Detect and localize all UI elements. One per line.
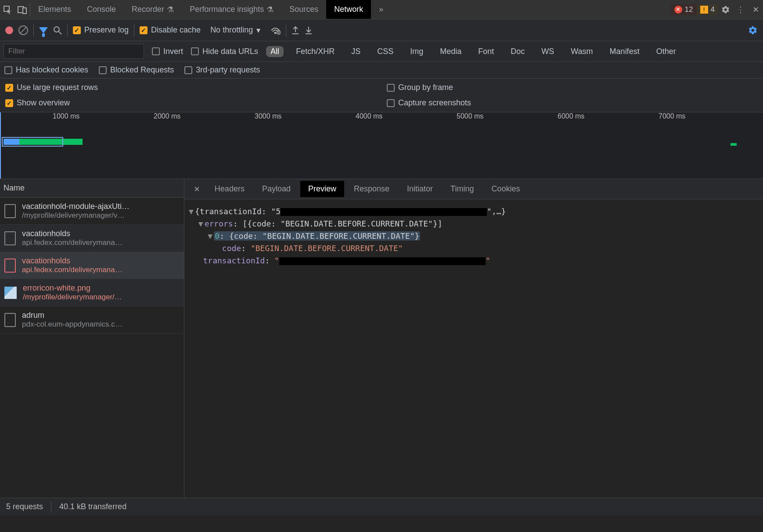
tab-recorder-label: Recorder <box>132 5 164 14</box>
network-settings-icon[interactable] <box>748 25 758 35</box>
tab-elements[interactable]: Elements <box>30 0 79 19</box>
upload-har-icon[interactable] <box>292 26 299 35</box>
record-button[interactable] <box>5 26 13 34</box>
tab-perf-label: Performance insights <box>190 5 264 14</box>
network-conditions-icon[interactable] <box>270 26 281 35</box>
preserve-log-label: Preserve log <box>84 25 129 35</box>
request-detail: × Headers Payload Preview Response Initi… <box>184 179 763 498</box>
capture-screenshots-checkbox[interactable]: Capture screenshots <box>387 98 758 108</box>
chevron-down-icon: ▾ <box>256 25 260 35</box>
close-icon[interactable]: ✕ <box>748 0 763 19</box>
redacted <box>281 208 487 216</box>
has-blocked-cookies-checkbox[interactable]: Has blocked cookies <box>4 65 88 75</box>
filter-type-js[interactable]: JS <box>347 46 365 57</box>
filter-type-wasm[interactable]: Wasm <box>566 46 597 57</box>
json-line: ",…} <box>487 207 506 216</box>
request-row[interactable]: erroricon-white.png/myprofile/deliveryma… <box>0 279 184 306</box>
filter-type-img[interactable]: Img <box>406 46 428 57</box>
devtools-tabbar: Elements Console Recorder ⚗ Performance … <box>0 0 763 19</box>
throttling-select[interactable]: No throttling▾ <box>206 24 265 37</box>
show-overview-checkbox[interactable]: Show overview <box>5 98 376 108</box>
filter-row: Invert Hide data URLs All Fetch/XHR JS C… <box>0 41 763 62</box>
tab-timing[interactable]: Timing <box>443 181 482 197</box>
request-row[interactable]: vacationholdsapi.fedex.com/deliverymana… <box>0 252 184 279</box>
tab-recorder[interactable]: Recorder ⚗ <box>124 0 182 19</box>
svg-rect-2 <box>23 8 26 14</box>
filter-type-font[interactable]: Font <box>474 46 498 57</box>
status-requests: 5 requests <box>6 502 43 511</box>
tab-initiator[interactable]: Initiator <box>399 181 441 197</box>
json-index: 0 <box>215 231 220 241</box>
filter-type-doc[interactable]: Doc <box>506 46 529 57</box>
warning-count-badge[interactable]: ! 4 <box>697 4 718 15</box>
tab-cookies[interactable]: Cookies <box>483 181 528 197</box>
filter-type-fetch[interactable]: Fetch/XHR <box>292 46 339 57</box>
download-har-icon[interactable] <box>305 26 313 35</box>
flask-icon: ⚗ <box>266 5 274 14</box>
filter-input[interactable] <box>4 44 144 59</box>
preserve-log-checkbox[interactable]: Preserve log <box>73 25 129 35</box>
request-name: vacationholds <box>22 229 122 238</box>
timeline-tick: 3000 ms <box>255 112 281 120</box>
kebab-menu-icon[interactable]: ⋮ <box>733 0 748 19</box>
gear-icon[interactable] <box>718 0 733 19</box>
more-tabs-icon[interactable]: » <box>371 0 391 19</box>
request-name: vacationhold-module-ajaxUti… <box>22 202 130 211</box>
detail-tabs: × Headers Payload Preview Response Initi… <box>184 179 763 199</box>
tab-sources[interactable]: Sources <box>281 0 326 19</box>
tab-network[interactable]: Network <box>326 0 371 19</box>
filter-type-css[interactable]: CSS <box>373 46 398 57</box>
tab-console[interactable]: Console <box>79 0 124 19</box>
image-icon <box>4 287 17 299</box>
device-toggle-icon[interactable] <box>15 0 30 19</box>
request-row[interactable]: vacationhold-module-ajaxUti…/myprofile/d… <box>0 198 184 225</box>
json-value: {code: "BEGIN.DATE.BEFORE.CURRENT.DATE"} <box>229 231 419 241</box>
request-list-header[interactable]: Name <box>0 179 184 198</box>
request-name: vacationholds <box>22 256 122 266</box>
redacted <box>279 257 486 265</box>
has-blocked-label: Has blocked cookies <box>16 65 88 75</box>
tab-response[interactable]: Response <box>346 181 397 197</box>
clear-button[interactable] <box>18 25 28 35</box>
hide-data-urls-checkbox[interactable]: Hide data URLs <box>191 47 258 56</box>
main-tabs: Elements Console Recorder ⚗ Performance … <box>30 0 391 19</box>
large-rows-checkbox[interactable]: Use large request rows <box>5 83 376 92</box>
request-row[interactable]: vacationholdsapi.fedex.com/deliverymana… <box>0 225 184 252</box>
throttling-value: No throttling <box>210 25 253 35</box>
tab-headers[interactable]: Headers <box>207 181 252 197</box>
warning-icon: ! <box>700 6 708 14</box>
json-string: " <box>486 256 490 265</box>
blocked-requests-checkbox[interactable]: Blocked Requests <box>99 65 174 75</box>
invert-checkbox[interactable]: Invert <box>152 47 183 56</box>
disable-cache-checkbox[interactable]: Disable cache <box>140 25 201 35</box>
tab-preview[interactable]: Preview <box>300 181 344 197</box>
timeline-tick: 7000 ms <box>659 112 685 120</box>
filter-type-all[interactable]: All <box>266 46 284 57</box>
filter-type-manifest[interactable]: Manifest <box>605 46 644 57</box>
filter-toggle-icon[interactable] <box>39 27 48 33</box>
group-by-frame-checkbox[interactable]: Group by frame <box>387 83 758 92</box>
search-icon[interactable] <box>53 26 62 35</box>
timeline-selection[interactable] <box>2 137 63 147</box>
filter-type-ws[interactable]: WS <box>537 46 558 57</box>
inspect-icon[interactable] <box>0 0 15 19</box>
tab-perf-insights[interactable]: Performance insights ⚗ <box>182 0 281 19</box>
timeline-tick: 5000 ms <box>457 112 483 120</box>
tab-payload[interactable]: Payload <box>254 181 299 197</box>
filter-type-other[interactable]: Other <box>652 46 680 57</box>
error-count-badge[interactable]: ✕ 12 <box>671 4 697 15</box>
capture-ss-label: Capture screenshots <box>398 98 471 108</box>
close-detail-icon[interactable]: × <box>189 183 205 195</box>
timeline-overview[interactable]: 1000 ms 2000 ms 3000 ms 4000 ms 5000 ms … <box>0 112 763 179</box>
error-count: 12 <box>685 5 693 14</box>
separator <box>33 24 34 36</box>
filter-type-media[interactable]: Media <box>435 46 466 57</box>
request-path: /myprofile/deliverymanager/… <box>23 293 122 302</box>
third-party-label: 3rd-party requests <box>196 65 260 75</box>
json-preview[interactable]: ▼{transactionId: "5",…} ▼errors: [{code:… <box>184 199 763 273</box>
json-value: [{code: "BEGIN.DATE.BEFORE.CURRENT.DATE"… <box>242 219 442 228</box>
third-party-checkbox[interactable]: 3rd-party requests <box>184 65 260 75</box>
request-path: api.fedex.com/deliverymana… <box>22 238 122 247</box>
request-row[interactable]: adrumpdx-col.eum-appdynamics.c… <box>0 306 184 334</box>
large-rows-label: Use large request rows <box>17 83 98 92</box>
